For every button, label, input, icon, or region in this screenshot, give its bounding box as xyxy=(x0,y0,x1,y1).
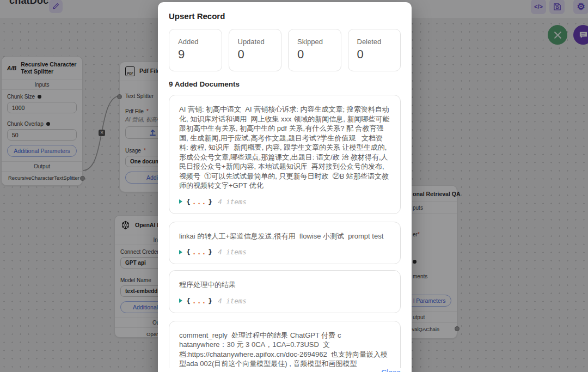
document-text: comment_reply 处理过程中的结果 ChatGPT 付费 c hata… xyxy=(179,331,390,369)
brace: { xyxy=(186,248,191,256)
document-card: comment_reply 处理过程中的结果 ChatGPT 付费 c hata… xyxy=(169,321,401,369)
items-count: 4 items xyxy=(218,248,247,256)
items-count: 4 items xyxy=(218,198,247,206)
stat-card-added: Added 9 xyxy=(169,29,222,71)
expand-arrow-icon xyxy=(179,250,182,254)
stat-value: 0 xyxy=(357,47,392,62)
json-expander[interactable]: { ... } 4 items xyxy=(179,198,390,206)
app: ✕ A/B Recursive Character Text Splitter … xyxy=(0,0,588,372)
document-card: 程序处理中的结果 { ... } 4 items xyxy=(169,270,401,313)
json-expander[interactable]: { ... } 4 items xyxy=(179,297,390,305)
brace: { xyxy=(186,297,191,305)
stat-card-deleted: Deleted 0 xyxy=(348,29,401,71)
brace: { xyxy=(186,198,191,206)
stat-value: 9 xyxy=(178,47,213,62)
added-documents-heading: 9 Added Documents xyxy=(169,80,240,88)
items-count: 4 items xyxy=(218,297,247,305)
stat-label: Updated xyxy=(238,38,273,46)
document-text: linkai 的转人工+渠道信息发送,很有用 flowise 小测试 promp… xyxy=(179,231,390,241)
brace: } xyxy=(208,248,212,256)
stat-value: 0 xyxy=(297,47,332,62)
upsert-record-dialog: Upsert Record Added 9 Updated 0 Skipped … xyxy=(158,2,412,372)
stat-value: 0 xyxy=(238,47,273,62)
stat-label: Added xyxy=(178,38,213,46)
upsert-stats-row: Added 9 Updated 0 Skipped 0 Deleted 0 xyxy=(169,29,401,71)
document-text: AI 营销: 初高中语文 AI 营销核心诉求: 内容生成文章; 搜索资料自动化,… xyxy=(179,105,390,191)
json-expander[interactable]: { ... } 4 items xyxy=(179,248,390,256)
close-dialog-button[interactable]: Close xyxy=(381,368,401,372)
document-text: 程序处理中的结果 xyxy=(179,280,390,290)
document-card: linkai 的转人工+渠道信息发送,很有用 flowise 小测试 promp… xyxy=(169,222,401,265)
dialog-title: Upsert Record xyxy=(169,11,225,21)
collapsed-dots: ... xyxy=(192,248,206,256)
stat-card-skipped: Skipped 0 xyxy=(288,29,341,71)
stat-card-updated: Updated 0 xyxy=(229,29,282,71)
stat-label: Deleted xyxy=(357,38,392,46)
collapsed-dots: ... xyxy=(192,198,206,206)
expand-arrow-icon xyxy=(179,199,182,204)
document-list[interactable]: AI 营销: 初高中语文 AI 营销核心诉求: 内容生成文章; 搜索资料自动化,… xyxy=(169,95,401,368)
document-card: AI 营销: 初高中语文 AI 营销核心诉求: 内容生成文章; 搜索资料自动化,… xyxy=(169,95,401,214)
brace: } xyxy=(208,198,212,206)
brace: } xyxy=(208,297,212,305)
collapsed-dots: ... xyxy=(192,297,206,305)
expand-arrow-icon xyxy=(179,298,182,303)
stat-label: Skipped xyxy=(297,38,332,46)
